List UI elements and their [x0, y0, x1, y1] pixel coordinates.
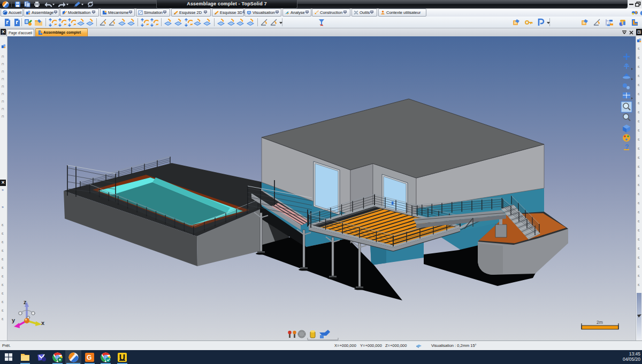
svg-text:?: ? [625, 143, 629, 151]
svg-text:y: y [12, 317, 16, 323]
svg-text:z: z [24, 299, 27, 305]
svg-text:x: x [41, 320, 45, 326]
svg-text:G: G [87, 354, 91, 361]
svg-text:2m: 2m [597, 320, 603, 325]
